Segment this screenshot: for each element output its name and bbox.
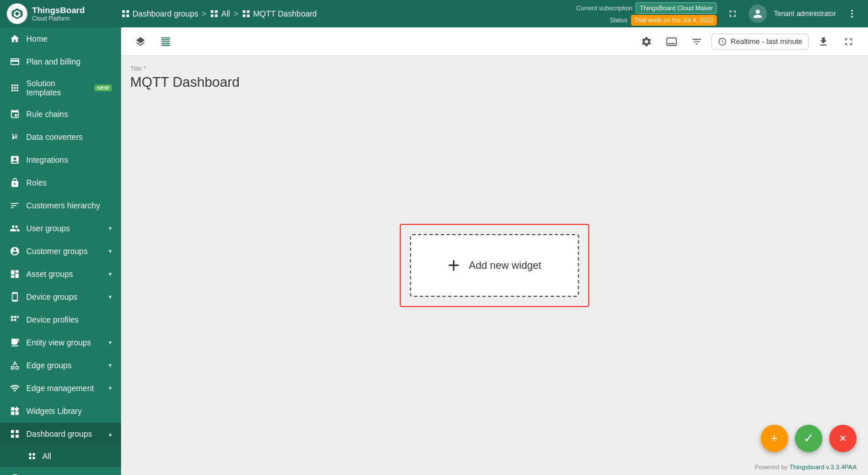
svg-rect-27 [16,435,19,438]
sidebar-item-customer-groups[interactable]: Customer groups ▾ [0,240,121,263]
integrations-icon [9,154,21,166]
fullscreen-button[interactable] [838,31,859,52]
breadcrumb-mqtt[interactable]: MQTT Dashboard [242,9,317,18]
svg-rect-13 [247,10,250,13]
customers-hierarchy-icon [9,200,21,211]
breadcrumb-sep-2: > [234,9,238,18]
dashboard-groups-chevron: ▴ [108,430,112,438]
svg-rect-31 [33,457,35,459]
fab-add-button[interactable]: + [761,425,788,452]
all-sub-icon [26,450,38,462]
sidebar-sub-item-all[interactable]: All [0,445,121,467]
sidebar-item-asset-groups[interactable]: Asset groups ▾ [0,263,121,285]
add-widget-outer: + Add new widget [400,224,589,307]
logo-icon [7,3,27,24]
display-button[interactable] [661,31,682,52]
user-avatar-button[interactable] [749,5,767,23]
entity-view-groups-chevron: ▾ [108,339,112,347]
header-right: Current subscription ThingsBoard Cloud M… [576,2,861,26]
edge-groups-icon [9,360,21,371]
sidebar-item-ota-updates[interactable]: OTA updates [0,467,121,475]
svg-rect-12 [243,10,246,13]
table-button[interactable] [155,31,176,52]
roles-icon [9,177,21,188]
logo-main-text: ThingsBoard [32,5,85,15]
header-more-menu[interactable] [843,5,861,23]
dashboard-groups-icon [9,428,21,440]
title-section: Title * MQTT Dashboard [130,65,859,90]
svg-rect-7 [126,14,129,17]
new-badge: NEW [94,84,112,91]
data-converters-icon [9,131,21,143]
svg-point-16 [851,10,853,11]
breadcrumb-all[interactable]: All [210,9,230,18]
sidebar-item-integrations[interactable]: Integrations [0,148,121,171]
download-button[interactable] [813,31,834,52]
sidebar-item-edge-management[interactable]: Edge management ▾ [0,377,121,400]
sidebar-item-widgets-library[interactable]: Widgets Library [0,400,121,422]
sidebar-item-device-profiles[interactable]: Device profiles [0,308,121,331]
thingsboard-link[interactable]: Thingsboard v.3.3.4PAA [789,464,857,470]
svg-rect-26 [11,435,14,438]
time-selector[interactable]: Realtime - last minute [712,34,809,50]
svg-rect-6 [122,14,125,17]
sidebar-item-edge-groups[interactable]: Edge groups ▾ [0,354,121,377]
settings-button[interactable] [636,31,657,52]
sidebar-item-customers-hierarchy[interactable]: Customers hierarchy [0,194,121,217]
fab-area: + ✓ × [761,425,857,452]
svg-rect-4 [122,10,125,13]
sidebar-item-rule-chains[interactable]: Rule chains [0,103,121,126]
device-profiles-icon [9,314,21,325]
sidebar-item-solution-templates[interactable]: Solution templates NEW [0,73,121,103]
powered-by: Powered by Thingsboard v.3.3.4PAA [754,464,857,470]
main-layout: Home Plan and billing Solution templates… [0,27,868,475]
customer-groups-icon [9,245,21,257]
svg-rect-11 [215,14,218,17]
asset-groups-icon [9,268,21,280]
trial-badge: Trial ends on the Jul 4, 2022 [631,15,717,26]
svg-point-17 [851,13,853,15]
svg-rect-10 [211,14,214,17]
entity-view-groups-icon [9,337,21,348]
svg-rect-19 [11,316,13,318]
subscription-badge: ThingsBoard Cloud Maker [636,2,717,14]
logo-sub-text: Cloud Platform [32,15,85,22]
device-groups-icon [9,291,21,303]
sidebar: Home Plan and billing Solution templates… [0,27,121,475]
user-groups-icon [9,223,21,234]
device-groups-chevron: ▾ [108,293,112,301]
asset-groups-chevron: ▾ [108,270,112,278]
svg-rect-8 [211,10,214,13]
sidebar-item-dashboard-groups[interactable]: Dashboard groups ▴ [0,422,121,445]
sidebar-item-device-groups[interactable]: Device groups ▾ [0,285,121,308]
svg-rect-5 [126,10,129,13]
svg-rect-9 [215,10,218,13]
svg-rect-28 [29,453,31,456]
sidebar-item-entity-view-groups[interactable]: Entity view groups ▾ [0,331,121,354]
rule-chains-icon [9,108,21,120]
svg-rect-25 [16,430,19,433]
dashboard-title: MQTT Dashboard [130,74,859,90]
layers-button[interactable] [130,31,151,52]
sidebar-item-home[interactable]: Home [0,27,121,50]
svg-rect-22 [11,319,13,321]
add-widget-text: Add new widget [469,260,541,272]
fab-close-button[interactable]: × [829,425,857,452]
fullscreen-header-button[interactable] [724,5,742,23]
sidebar-item-plan-billing[interactable]: Plan and billing [0,50,121,73]
logo[interactable]: ThingsBoard Cloud Platform [7,3,121,24]
fab-check-button[interactable]: ✓ [795,425,822,452]
breadcrumb-dashboard-groups[interactable]: Dashboard groups [121,9,198,18]
sidebar-item-user-groups[interactable]: User groups ▾ [0,217,121,240]
svg-rect-3 [15,13,19,14]
sidebar-item-data-converters[interactable]: Data converters [0,126,121,148]
svg-rect-15 [247,14,250,17]
svg-rect-20 [14,316,17,318]
svg-rect-30 [29,457,31,459]
widgets-library-icon [9,405,21,417]
sidebar-item-roles[interactable]: Roles [0,171,121,194]
add-widget-button[interactable]: + Add new widget [410,234,579,297]
filter-button[interactable] [686,31,707,52]
edge-management-icon [9,383,21,394]
dashboard-content: Title * MQTT Dashboard + Add new widget [121,56,868,475]
